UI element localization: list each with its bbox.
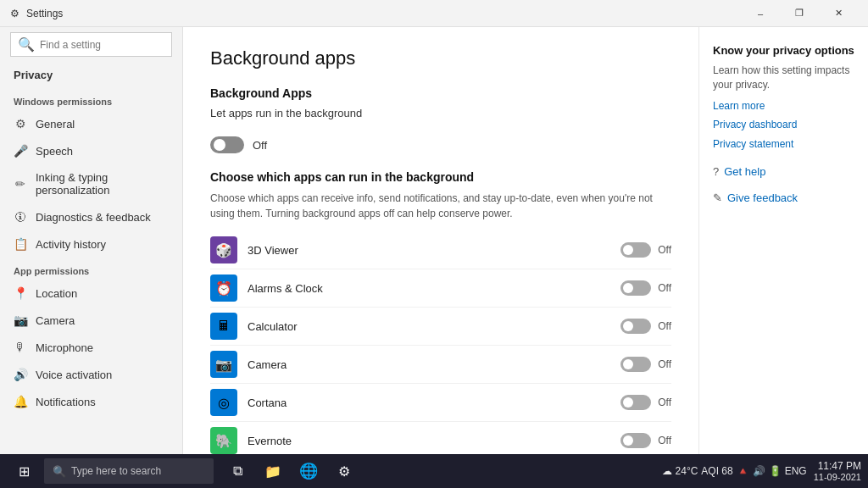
sidebar-item-camera[interactable]: 📷 Camera: [0, 307, 182, 334]
sidebar-item-diagnostics-label: Diagnostics & feedback: [36, 211, 151, 224]
app-icon-symbol-4: ◎: [218, 395, 230, 411]
weather-text: 24°C: [676, 465, 698, 477]
privacy-dashboard-link[interactable]: Privacy dashboard: [713, 118, 854, 132]
app-icon-2: 🖩: [210, 313, 237, 340]
sidebar-item-microphone-label: Microphone: [36, 341, 93, 354]
app-icon-symbol-1: ⏰: [215, 280, 232, 297]
app-icon-5: 🐘: [210, 427, 237, 454]
taskbar-search[interactable]: 🔍 Type here to search: [44, 458, 214, 484]
right-section-title: Know your privacy options: [713, 44, 854, 57]
app-list-item: 🎲 3D Viewer Off: [210, 231, 671, 269]
sidebar-item-inking[interactable]: ✏ Inking & typing personalization: [0, 164, 182, 203]
page-title: Background apps: [210, 47, 671, 69]
start-button[interactable]: ⊞: [7, 454, 41, 488]
sidebar-search-container[interactable]: 🔍: [10, 32, 172, 57]
app-toggle-1[interactable]: [620, 280, 651, 296]
maximize-button[interactable]: ❐: [780, 0, 819, 27]
search-input[interactable]: [40, 39, 167, 51]
system-tray: ☁ 24°C AQI 68 🔺 🔊 🔋 ENG: [662, 465, 807, 477]
sidebar-item-inking-label: Inking & typing personalization: [36, 171, 169, 197]
voice-icon: 🔊: [14, 368, 27, 381]
battery-icon: 🔋: [769, 465, 782, 477]
weather-icon: ☁: [662, 465, 672, 477]
taskbar-app-icons: ⧉ 📁 🌐 ⚙: [220, 454, 361, 488]
taskbar: ⊞ 🔍 Type here to search ⧉ 📁 🌐 ⚙ ☁ 24°C A…: [0, 454, 868, 488]
title-bar: ⚙ Settings – ❐ ✕: [0, 0, 868, 27]
general-icon: ⚙: [14, 117, 27, 130]
app-toggle-row-0: Off: [620, 242, 671, 258]
app-toggle-label-1: Off: [658, 282, 671, 294]
sidebar-item-notifications[interactable]: 🔔 Notifications: [0, 388, 182, 415]
app-toggle-2[interactable]: [620, 319, 651, 334]
sidebar-item-voice-label: Voice activation: [36, 369, 112, 381]
app-icon-symbol-2: 🖩: [217, 319, 231, 334]
taskbar-time: 11:47 PM: [814, 460, 861, 472]
app-toggle-row-1: Off: [620, 280, 671, 296]
app-name-5: Evernote: [248, 435, 620, 447]
get-help-link[interactable]: Get help: [724, 165, 765, 178]
background-apps-toggle[interactable]: [210, 136, 244, 153]
sidebar-item-location-label: Location: [36, 287, 77, 300]
settings-taskbar-button[interactable]: ⚙: [327, 454, 361, 488]
sidebar-item-activity-label: Activity history: [36, 238, 106, 251]
title-bar-controls: – ❐ ✕: [741, 0, 858, 27]
choose-apps-desc: Choose which apps can receive info, send…: [210, 191, 671, 221]
app-toggle-row-4: Off: [620, 395, 671, 410]
app-toggle-row-2: Off: [620, 319, 671, 334]
sidebar-item-voice[interactable]: 🔊 Voice activation: [0, 361, 182, 388]
background-apps-toggle-label: Off: [253, 139, 267, 152]
inking-icon: ✏: [14, 177, 27, 191]
taskbar-clock: 11:47 PM 11-09-2021: [814, 460, 861, 482]
chrome-button[interactable]: 🌐: [292, 454, 326, 488]
app-icon-1: ⏰: [210, 274, 237, 302]
file-explorer-icon: 📁: [264, 463, 281, 480]
file-explorer-button[interactable]: 📁: [256, 454, 290, 488]
main-toggle-row: Off: [210, 136, 671, 153]
minimize-button[interactable]: –: [741, 0, 780, 27]
give-feedback-link[interactable]: Give feedback: [727, 191, 798, 204]
get-help-row[interactable]: ? Get help: [713, 165, 854, 178]
let-apps-run-row: Let apps run in the background: [210, 107, 671, 119]
learn-more-link[interactable]: Learn more: [713, 99, 854, 114]
privacy-statement-link[interactable]: Privacy statement: [713, 137, 854, 152]
task-view-button[interactable]: ⧉: [220, 454, 254, 488]
app-toggle-0[interactable]: [620, 242, 651, 258]
diagnostics-icon: 🛈: [14, 210, 27, 224]
give-feedback-row[interactable]: ✎ Give feedback: [713, 191, 854, 204]
sidebar-item-diagnostics[interactable]: 🛈 Diagnostics & feedback: [0, 203, 182, 230]
app-toggle-4[interactable]: [620, 395, 651, 410]
title-bar-title: Settings: [26, 8, 63, 19]
taskbar-search-icon: 🔍: [53, 465, 66, 478]
main-content: Background apps Background Apps Let apps…: [183, 27, 698, 454]
main-layout: 🔍 Privacy Windows permissions ⚙ General …: [0, 27, 868, 454]
choose-apps-title: Choose which apps can run in the backgro…: [210, 170, 671, 184]
privacy-label: Privacy: [0, 62, 182, 88]
activity-icon: 📋: [14, 237, 27, 251]
sidebar-item-general[interactable]: ⚙ General: [0, 110, 182, 137]
sidebar-item-location[interactable]: 📍 Location: [0, 280, 182, 307]
app-list-item: 🖩 Calculator Off: [210, 308, 671, 346]
app-toggle-row-3: Off: [620, 357, 671, 372]
sidebar-item-speech[interactable]: 🎤 Speech: [0, 137, 182, 164]
sidebar-item-camera-label: Camera: [36, 314, 75, 327]
app-icon-symbol-0: 🎲: [215, 242, 232, 258]
sidebar-item-microphone[interactable]: 🎙 Microphone: [0, 334, 182, 361]
app-icon-symbol-3: 📷: [215, 357, 232, 373]
app-icon-symbol-5: 🐘: [215, 433, 232, 449]
lang-text: ENG: [785, 465, 807, 477]
chrome-icon: 🌐: [299, 462, 318, 480]
search-icon: 🔍: [18, 36, 35, 53]
close-button[interactable]: ✕: [819, 0, 858, 27]
background-apps-section-title: Background Apps: [210, 86, 671, 100]
app-name-2: Calculator: [248, 320, 620, 333]
right-desc: Learn how this setting impacts your priv…: [713, 64, 854, 92]
sidebar-item-activity[interactable]: 📋 Activity history: [0, 230, 182, 258]
let-apps-label: Let apps run in the background: [210, 107, 362, 119]
app-toggle-5[interactable]: [620, 433, 651, 448]
aqi-text: AQI 68: [701, 465, 732, 477]
sidebar-item-general-label: General: [36, 118, 75, 130]
app-toggle-label-2: Off: [658, 320, 671, 332]
sidebar: 🔍 Privacy Windows permissions ⚙ General …: [0, 27, 183, 454]
app-toggle-3[interactable]: [620, 357, 651, 372]
taskbar-date: 11-09-2021: [814, 472, 861, 482]
